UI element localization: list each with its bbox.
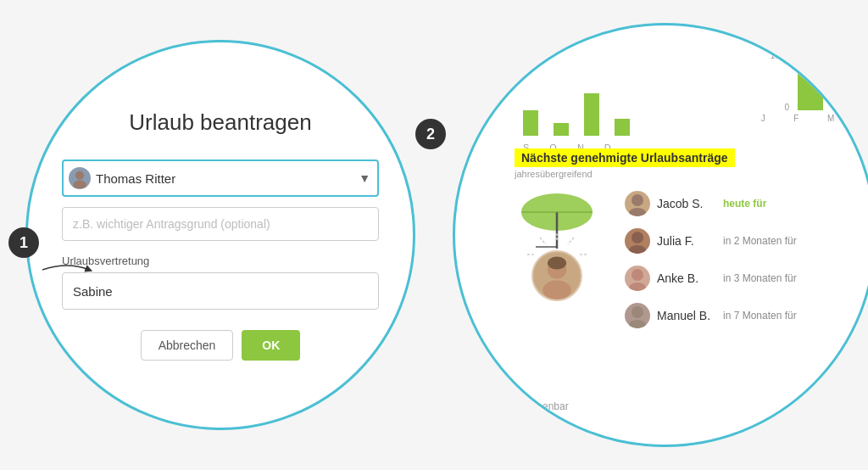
person-row-manuel: Manuel B. in 7 Monaten für	[625, 303, 849, 328]
svg-point-21	[632, 269, 643, 281]
person-row-jacob: Jacob S. heute für	[625, 191, 849, 216]
highlight-section: Nächste genehmigte Urlaubsanträge jahres…	[515, 148, 857, 179]
svg-point-0	[75, 171, 84, 179]
svg-point-24	[629, 320, 646, 328]
vertretung-label: Urlaubsvertretung	[62, 255, 379, 267]
avatar-jacob	[625, 191, 650, 216]
sub-label: jahresübergreifend	[515, 169, 857, 179]
svg-line-9	[540, 238, 546, 244]
name-jacob: Jacob S.	[657, 197, 716, 210]
svg-point-18	[629, 208, 646, 216]
svg-point-19	[632, 232, 643, 243]
time-jacob: heute für	[723, 198, 766, 210]
ok-button[interactable]: OK	[242, 330, 300, 361]
badge-2: 2	[415, 119, 446, 149]
bar-d	[615, 119, 630, 136]
vertretung-input[interactable]	[62, 272, 379, 310]
bar-s	[523, 110, 538, 136]
time-julia: in 2 Monaten für	[723, 235, 797, 247]
avatar-julia	[625, 228, 650, 254]
svg-point-20	[629, 245, 646, 254]
right-chart: 1000 0 J F M	[747, 42, 849, 136]
bar-o	[554, 123, 569, 136]
svg-line-8	[568, 238, 574, 244]
right-bar	[798, 42, 823, 110]
button-row: Abbrechen OK	[141, 330, 301, 361]
cancel-button[interactable]: Abbrechen	[141, 330, 234, 361]
name-anke: Anke B.	[657, 271, 716, 285]
person-face	[531, 250, 582, 301]
avatar-manuel	[625, 303, 650, 328]
reason-input[interactable]	[62, 207, 379, 241]
svg-point-23	[632, 306, 643, 318]
dialog-circle: Urlaub beantragen Thomas Ritter ▼ Urlaub…	[25, 40, 415, 430]
chart-bars	[523, 93, 630, 136]
umbrella-illustration	[502, 182, 612, 301]
arrow-annotation	[42, 261, 93, 281]
time-manuel: in 7 Monaten für	[723, 310, 797, 322]
panel-circle: S O N D 1000 0 J F M Nächste genehmigte …	[453, 23, 868, 447]
dialog-title: Urlaub beantragen	[129, 109, 311, 136]
avatar-anke	[625, 266, 650, 291]
svg-point-17	[632, 194, 643, 206]
name-julia: Julia F.	[657, 234, 716, 248]
right-x-labels: J F M	[747, 114, 849, 123]
user-dropdown[interactable]: Thomas Ritter	[62, 159, 379, 197]
right-y-0: 0	[784, 103, 789, 112]
time-anke: in 3 Monaten für	[723, 272, 797, 284]
svg-point-22	[629, 283, 646, 291]
highlight-text: Nächste genehmigte Urlaubsanträge	[515, 148, 735, 167]
bar-n	[584, 93, 599, 136]
person-row-anke: Anke B. in 3 Monaten für	[625, 266, 849, 291]
badge-1: 1	[8, 227, 39, 258]
user-avatar	[69, 167, 91, 189]
user-select-wrapper[interactable]: Thomas Ritter ▼	[62, 159, 379, 197]
name-manuel: Manuel B.	[657, 309, 716, 322]
right-y-1000: 1000	[771, 51, 789, 60]
abrechenbar-label: Abrechenbar	[510, 400, 569, 412]
vertretung-section: Urlaubsvertretung	[62, 255, 379, 327]
person-row-julia: Julia F. in 2 Monaten für	[625, 228, 849, 254]
svg-point-15	[542, 281, 571, 299]
svg-point-1	[73, 181, 86, 188]
people-list: Jacob S. heute für Julia F. in 2 Monaten…	[625, 191, 849, 340]
svg-point-16	[548, 257, 566, 270]
